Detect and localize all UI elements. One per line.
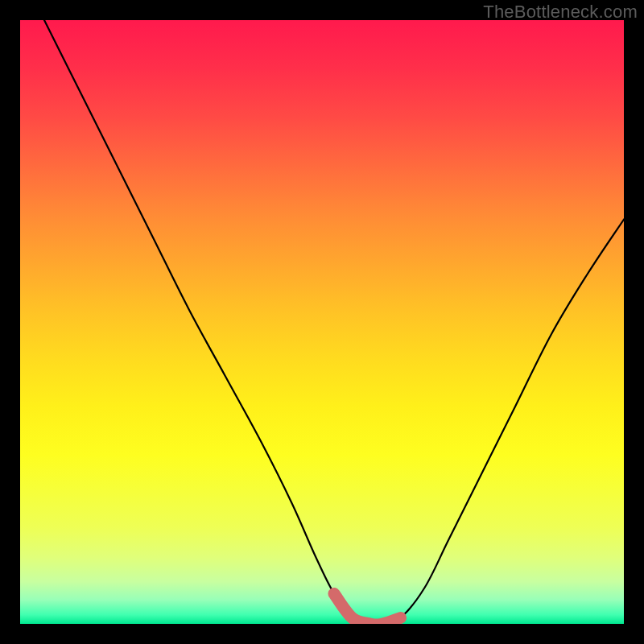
chart-frame: TheBottleneck.com: [0, 0, 644, 644]
optimal-zone-highlight: [334, 594, 401, 625]
bottleneck-curve-line: [44, 20, 624, 624]
chart-svg: [20, 20, 624, 624]
chart-plot-area: [20, 20, 624, 624]
watermark-text: TheBottleneck.com: [483, 2, 638, 23]
